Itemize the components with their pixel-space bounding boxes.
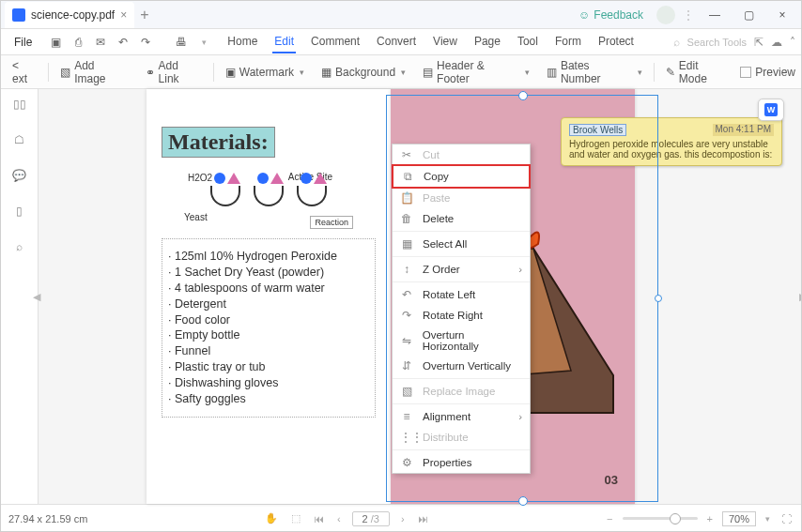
attachments-icon[interactable]: ▯ [10, 202, 29, 220]
copy-icon: ⧉ [401, 170, 414, 183]
watermark-icon: ▣ [225, 66, 236, 79]
search-tools-input[interactable]: Search Tools [687, 37, 747, 48]
menu-alignment[interactable]: ≡Alignment [393, 406, 530, 427]
preview-checkbox[interactable] [740, 67, 751, 78]
comment-note[interactable]: Brook Wells Mon 4:11 PM Hydrogen peroxid… [561, 117, 782, 166]
menu-z-order[interactable]: ↕Z Order [393, 259, 530, 280]
export-word-button[interactable]: W [758, 99, 784, 121]
search-icon[interactable]: ⌕ [673, 36, 680, 49]
zoom-slider[interactable] [623, 517, 698, 520]
list-item: Empty bottle [168, 327, 369, 343]
minimize-button[interactable]: — [702, 5, 728, 25]
menu-overturn-h[interactable]: ⇋Overturn Horizontally [393, 326, 530, 356]
tab-page[interactable]: Page [472, 31, 502, 53]
page-1[interactable]: Materials: H2O2 Active Site Yeast Reacti… [147, 89, 391, 504]
close-window-button[interactable]: × [769, 5, 795, 25]
menu-rotate-left[interactable]: ↶Rotate Left [393, 284, 530, 305]
user-menu-icon[interactable]: ⋮ [683, 8, 694, 22]
zoom-out-button[interactable]: − [605, 513, 614, 524]
quick-access-toolbar: ▣ ⎙ ✉ ↶ ↷ 🖶 ▾ [43, 34, 216, 51]
select-tool-icon[interactable]: ⬚ [289, 512, 302, 524]
zoom-percent[interactable]: 70% [722, 511, 756, 526]
prev-page-button[interactable]: ‹ [335, 513, 343, 524]
zoom-dropdown-icon[interactable]: ▾ [763, 514, 772, 524]
file-menu[interactable]: File [7, 36, 39, 49]
first-page-button[interactable]: ⏮ [312, 513, 326, 524]
list-item: Dishwashing gloves [168, 375, 369, 391]
next-page-button[interactable]: › [399, 513, 407, 524]
collapse-ribbon-icon[interactable]: ˄ [790, 36, 795, 49]
add-link-button[interactable]: ⚭Add Link [140, 56, 208, 88]
flip-h-icon: ⇋ [400, 334, 413, 347]
menu-distribute: ⋮⋮Distribute [393, 427, 530, 448]
print-icon[interactable]: ⎙ [69, 34, 86, 51]
flip-v-icon: ⇵ [400, 359, 413, 372]
distribute-icon: ⋮⋮ [400, 431, 413, 444]
alignment-icon: ≡ [400, 410, 413, 423]
tab-edit[interactable]: Edit [272, 31, 296, 53]
user-avatar[interactable] [656, 6, 675, 24]
cloud-icon[interactable]: ☁ [771, 36, 782, 49]
add-image-button[interactable]: ▧Add Image [54, 56, 133, 88]
menu-select-all[interactable]: ▦Select All [393, 234, 530, 254]
qat-dropdown-icon[interactable]: ▾ [195, 34, 212, 51]
menu-overturn-v[interactable]: ⇵Overturn Vertically [393, 356, 530, 376]
comments-icon[interactable]: 💬 [10, 166, 29, 185]
fit-page-icon[interactable]: ⛶ [779, 513, 794, 524]
watermark-button[interactable]: ▣Watermark [220, 63, 310, 82]
tab-tool[interactable]: Tool [516, 31, 540, 53]
bookmarks-icon[interactable]: ☖ [10, 130, 29, 149]
share-icon[interactable]: ⇱ [754, 36, 763, 49]
save-icon[interactable]: ▣ [47, 34, 64, 51]
document-tab[interactable]: science-copy.pdf × [5, 2, 134, 28]
list-item: Detergent [168, 296, 369, 312]
last-page-button[interactable]: ⏭ [416, 513, 430, 524]
header-footer-button[interactable]: ▤Header & Footer [417, 56, 535, 88]
tab-home[interactable]: Home [225, 31, 259, 53]
list-item: 125ml 10% Hydrogen Peroxide [168, 249, 369, 265]
menu-copy[interactable]: ⧉Copy [392, 164, 531, 189]
edit-mode-button[interactable]: ✎Edit Mode [660, 56, 735, 88]
tab-view[interactable]: View [431, 31, 459, 53]
feedback-button[interactable]: ☺ Feedback [573, 8, 649, 22]
background-icon: ▦ [321, 66, 332, 79]
page-indicator[interactable]: 2 /3 [352, 511, 390, 526]
workspace: ▯▯ ☖ 💬 ▯ ⌕ ◀ ▶ Materials: H2O2 Active Si… [1, 89, 801, 504]
cut-icon: ✂ [400, 148, 413, 161]
menu-rotate-right[interactable]: ↷Rotate Right [393, 305, 530, 326]
add-text-button[interactable]: < ext [7, 56, 42, 88]
tab-form[interactable]: Form [553, 31, 583, 53]
redo-icon[interactable]: ↷ [137, 34, 154, 51]
add-tab-button[interactable]: + [140, 7, 148, 23]
maximize-button[interactable]: ▢ [735, 5, 762, 25]
list-item: Safty goggles [168, 391, 369, 407]
pdf-icon [12, 8, 25, 22]
tab-comment[interactable]: Comment [309, 31, 362, 53]
thumbnails-icon[interactable]: ▯▯ [10, 95, 29, 114]
close-tab-icon[interactable]: × [120, 8, 127, 22]
search-panel-icon[interactable]: ⌕ [10, 237, 29, 256]
menu-properties[interactable]: ⚙Properties [393, 452, 530, 473]
menu-delete[interactable]: 🗑Delete [393, 208, 530, 229]
hand-tool-icon[interactable]: ✋ [263, 512, 280, 524]
note-author: Brook Wells [569, 124, 626, 136]
tab-convert[interactable]: Convert [375, 31, 418, 53]
undo-icon[interactable]: ↶ [115, 34, 131, 51]
tab-protect[interactable]: Protect [596, 31, 636, 53]
preview-toggle[interactable]: Preview [740, 66, 795, 79]
list-item: Funnel [168, 343, 369, 359]
mail-icon[interactable]: ✉ [92, 34, 109, 51]
page-number: 03 [605, 473, 618, 487]
bates-number-button[interactable]: ▥Bates Number [541, 56, 648, 88]
printer-icon[interactable]: 🖶 [173, 34, 190, 51]
ribbon-tabs: Home Edit Comment Convert View Page Tool… [225, 31, 636, 53]
document-canvas[interactable]: ◀ ▶ Materials: H2O2 Active Site Yeast Re… [39, 89, 801, 504]
menubar: File ▣ ⎙ ✉ ↶ ↷ 🖶 ▾ Home Edit Comment Con… [1, 29, 801, 55]
reaction-diagram: H2O2 Active Site Yeast Reaction [162, 173, 376, 229]
zoom-in-button[interactable]: + [705, 513, 715, 524]
menu-replace-image: ▧Replace Image [393, 381, 530, 402]
materials-heading: Materials: [162, 127, 275, 158]
scroll-left-icon[interactable]: ◀ [33, 291, 40, 303]
materials-list: 125ml 10% Hydrogen Peroxide 1 Sachet Dry… [162, 238, 376, 418]
background-button[interactable]: ▦Background [316, 63, 411, 82]
